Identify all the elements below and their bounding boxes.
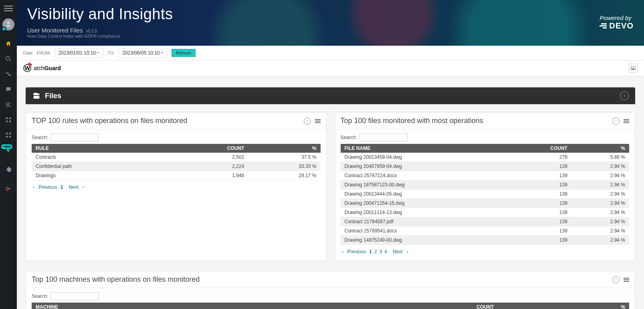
table-row[interactable]: Contracts2,50237.5 %: [32, 153, 321, 162]
cell-count: 2,224: [162, 162, 248, 171]
nav-bolt[interactable]: +999: [0, 143, 17, 158]
watchguard-mark-icon: W: [23, 64, 31, 72]
user-avatar[interactable]: [2, 18, 14, 30]
cell-file: Contract 25789541.docx: [341, 226, 468, 236]
col-count[interactable]: COUNT: [162, 144, 248, 153]
cell-count: 139: [468, 217, 571, 226]
files-next[interactable]: Next: [393, 249, 403, 254]
files-pager: Previous 1234 Next: [341, 249, 630, 254]
table-row[interactable]: Confidential path2,22433.33 %: [32, 162, 321, 171]
svg-rect-6: [9, 121, 11, 122]
nav-home[interactable]: [0, 36, 17, 51]
page-3[interactable]: 3: [380, 249, 382, 254]
col-pct[interactable]: %: [571, 144, 629, 153]
svg-rect-8: [9, 133, 11, 134]
page-subtitle: User Monitored Files: [27, 27, 83, 34]
rules-prev[interactable]: Previous: [38, 184, 57, 190]
cell-file: Drawing 14875249-00.dwg: [341, 236, 468, 245]
svg-point-1: [8, 104, 9, 105]
table-row[interactable]: Drawing 14875249-00.dwg1392.94 %: [341, 236, 630, 245]
from-label: FROM:: [36, 50, 50, 55]
table-row[interactable]: Drawings1,94629.17 %: [32, 171, 321, 180]
rules-search-input[interactable]: [50, 133, 99, 141]
cell-rule: Drawings: [32, 171, 162, 180]
powered-by: Powered by DEVO: [600, 14, 634, 30]
col-machine[interactable]: MACHINE: [32, 303, 283, 309]
page-1[interactable]: 1: [61, 184, 63, 190]
panel-machines-menu[interactable]: [624, 277, 629, 283]
nav-logout[interactable]: [0, 181, 17, 196]
rules-pager: Previous 1 Next: [32, 184, 321, 190]
panel-machines-download[interactable]: [612, 276, 620, 283]
panel-rules-download[interactable]: [304, 117, 311, 125]
section-files-title: Files: [45, 92, 61, 100]
col-count[interactable]: COUNT: [468, 144, 571, 153]
table-row[interactable]: Drawing 20457859-04.dwg1392.94 %: [341, 162, 630, 171]
cell-file: Drawing 20013444-05.dwg: [341, 190, 468, 199]
cell-file: Contract 21784587.pdf: [341, 217, 468, 226]
col-pct[interactable]: %: [248, 144, 320, 153]
nav-sliders[interactable]: [0, 97, 17, 112]
machines-search-input[interactable]: [50, 292, 99, 300]
svg-point-2: [10, 106, 11, 107]
svg-rect-12: [34, 97, 37, 97]
cell-file: Drawing 20457859-04.dwg: [341, 162, 468, 171]
refresh-button[interactable]: Refresh: [172, 49, 196, 57]
cell-pct: 2.94 %: [571, 236, 629, 245]
cell-file: Drawing 20013459-04.dwg: [341, 153, 468, 162]
nav-settings[interactable]: [0, 162, 17, 177]
to-date-input[interactable]: 2023/06/05 10:10: [119, 48, 167, 58]
panel-files-menu[interactable]: [624, 118, 629, 124]
files-prev[interactable]: Previous: [347, 249, 366, 254]
nav-apps-2[interactable]: [0, 127, 17, 143]
cell-count: 139: [468, 199, 571, 208]
powered-label: Powered by: [600, 14, 634, 21]
files-search-label: Search:: [341, 135, 357, 140]
cell-count: 139: [468, 208, 571, 217]
cell-pct: 2.94 %: [571, 180, 629, 190]
nav-apps-1[interactable]: [0, 112, 17, 127]
table-row[interactable]: Drawing 20013444-05.dwg1392.94 %: [341, 190, 630, 199]
files-table: FILE NAME COUNT % Drawing 20013459-04.dw…: [341, 144, 630, 245]
col-rule[interactable]: RULE: [32, 144, 162, 153]
panel-files: Top 100 files monitored with most operat…: [335, 112, 636, 261]
panel-files-title: Top 100 files monitored with most operat…: [341, 117, 483, 125]
table-row[interactable]: Drawing 20013459-04.dwg2785.88 %: [341, 153, 630, 162]
panel-rules-menu[interactable]: [315, 118, 321, 124]
from-date-value: 2023/01/01 10:10: [59, 50, 96, 56]
menu-toggle[interactable]: [4, 0, 13, 15]
page-tagline: How Data Control helps with GDPR complia…: [27, 34, 634, 38]
section-collapse-button[interactable]: [620, 91, 629, 100]
svg-rect-9: [6, 136, 8, 137]
from-date-input[interactable]: 2023/01/01 10:10: [55, 48, 103, 58]
svg-rect-13: [34, 97, 37, 98]
files-search-input[interactable]: [359, 133, 408, 141]
cell-file: Contract 25787224.docx: [341, 171, 468, 180]
page-1[interactable]: 1: [369, 249, 372, 254]
to-label: TO:: [107, 50, 115, 55]
nav-search[interactable]: [0, 51, 17, 67]
chevron-right-icon: [406, 250, 410, 254]
col-pct[interactable]: %: [498, 303, 629, 309]
date-filter-bar: Date FROM: 2023/01/01 10:10 TO: 2023/06/…: [17, 46, 644, 61]
nav-alerts[interactable]: [0, 82, 17, 97]
chevron-right-icon: [82, 186, 85, 189]
screenshot-button[interactable]: [629, 64, 638, 73]
nav-flow[interactable]: [0, 67, 17, 82]
svg-rect-4: [9, 117, 11, 119]
table-row[interactable]: Contract 25789541.docx1392.94 %: [341, 226, 630, 236]
rules-next[interactable]: Next: [69, 184, 79, 190]
page-2[interactable]: 2: [374, 249, 377, 254]
table-row[interactable]: Drawing 20011114-13.dwg1392.94 %: [341, 208, 630, 217]
panel-files-download[interactable]: [612, 117, 620, 125]
svg-point-0: [9, 103, 10, 104]
table-row[interactable]: Drawing 187587123-00.dwg1392.94 %: [341, 180, 630, 190]
col-file[interactable]: FILE NAME: [341, 144, 468, 153]
cell-rule: Contracts: [32, 153, 162, 162]
table-row[interactable]: Contract 25787224.docx1392.94 %: [341, 171, 630, 180]
table-row[interactable]: Contract 21784587.pdf1392.94 %: [341, 217, 630, 226]
page-4[interactable]: 4: [384, 249, 387, 254]
table-row[interactable]: Drawing 200471254-15.dwg1392.94 %: [341, 199, 630, 208]
col-count[interactable]: COUNT: [283, 303, 498, 309]
cell-count: 1,946: [162, 171, 248, 180]
